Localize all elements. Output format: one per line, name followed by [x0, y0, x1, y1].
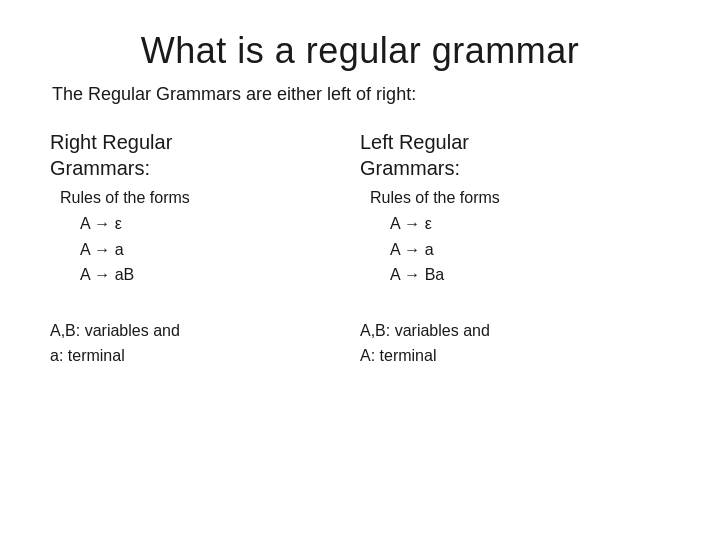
left-var-line2: a: terminal [50, 343, 340, 369]
subtitle-text: The Regular Grammars are either left of … [50, 84, 670, 105]
left-header-line1: Right Regular [50, 131, 172, 153]
right-col-header: Left Regular Grammars: [360, 129, 650, 181]
left-var-line1: A,B: variables and [50, 318, 340, 344]
right-header-line2: Grammars: [360, 157, 460, 179]
left-rules-label: Rules of the forms [60, 189, 340, 207]
right-rules-label: Rules of the forms [370, 189, 650, 207]
right-rule-1: A → ε [390, 211, 650, 237]
left-variables: A,B: variables and a: terminal [50, 318, 340, 369]
left-rule-3: A → aB [80, 262, 340, 288]
right-var-line2: A: terminal [360, 343, 650, 369]
right-variables: A,B: variables and A: terminal [360, 318, 650, 369]
left-col-header: Right Regular Grammars: [50, 129, 340, 181]
right-header-line1: Left Regular [360, 131, 469, 153]
left-rule-1: A → ε [80, 211, 340, 237]
right-var-line1: A,B: variables and [360, 318, 650, 344]
left-rule-2: A → a [80, 237, 340, 263]
left-column: Right Regular Grammars: Rules of the for… [50, 129, 360, 369]
right-column: Left Regular Grammars: Rules of the form… [360, 129, 670, 369]
page-container: What is a regular grammar The Regular Gr… [0, 0, 720, 540]
two-column-layout: Right Regular Grammars: Rules of the for… [50, 129, 670, 369]
left-header-line2: Grammars: [50, 157, 150, 179]
page-title: What is a regular grammar [50, 30, 670, 72]
right-rule-2: A → a [390, 237, 650, 263]
right-rule-3: A → Ba [390, 262, 650, 288]
